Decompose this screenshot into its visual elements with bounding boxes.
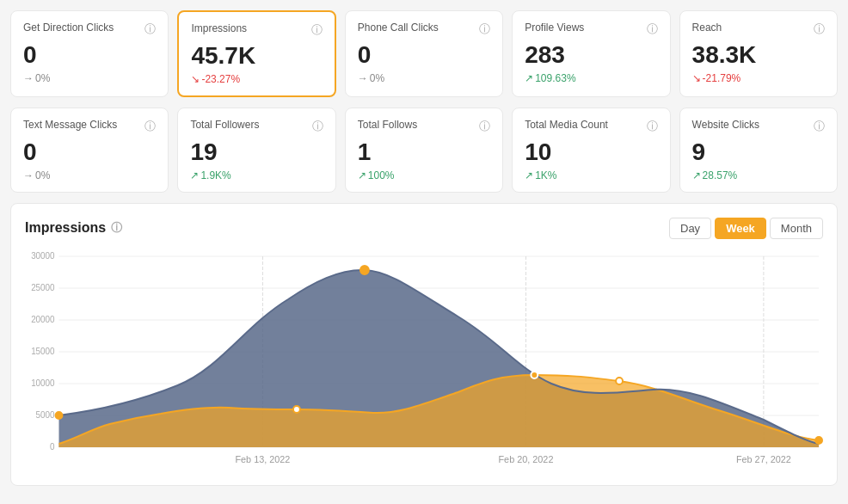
- metric-card-get-direction-clicks: Get Direction Clicks ⓘ 0 0%: [10, 10, 169, 97]
- metric-change: 100%: [358, 169, 490, 181]
- metric-card-total-followers: Total Followers ⓘ 19 1.9K%: [177, 108, 335, 193]
- change-arrow: [692, 72, 701, 84]
- metric-change: 0%: [23, 169, 156, 181]
- info-icon[interactable]: ⓘ: [814, 22, 825, 37]
- svg-point-20: [616, 378, 623, 384]
- info-icon[interactable]: ⓘ: [144, 22, 156, 37]
- metric-header: Total Media Count ⓘ: [525, 119, 657, 134]
- chart-title: Impressions ⓘ: [25, 220, 122, 236]
- metric-card-website-clicks: Website Clicks ⓘ 9 28.57%: [679, 108, 838, 193]
- svg-text:Feb 27, 2022: Feb 27, 2022: [736, 454, 791, 464]
- dashboard: Get Direction Clicks ⓘ 0 0% Impressions …: [0, 0, 848, 496]
- metric-title: Phone Call Clicks: [358, 22, 439, 35]
- metric-title: Text Message Clicks: [23, 119, 117, 132]
- svg-text:20000: 20000: [31, 315, 55, 324]
- impressions-chart: 30000 25000 20000 15000 10000 5000 0: [25, 248, 823, 471]
- svg-point-21: [815, 437, 822, 444]
- change-value: 1.9K%: [200, 169, 230, 181]
- metric-card-reach: Reach ⓘ 38.3K -21.79%: [679, 10, 838, 97]
- info-icon[interactable]: ⓘ: [814, 119, 825, 134]
- metric-value: 45.7K: [191, 43, 322, 70]
- metric-title: Impressions: [191, 22, 247, 36]
- change-arrow: [692, 169, 701, 181]
- change-value: 109.63%: [535, 72, 575, 84]
- svg-point-19: [531, 372, 538, 378]
- svg-text:Feb 13, 2022: Feb 13, 2022: [235, 454, 290, 464]
- svg-text:Feb 20, 2022: Feb 20, 2022: [498, 454, 553, 464]
- day-button[interactable]: Day: [669, 218, 711, 239]
- month-button[interactable]: Month: [770, 218, 823, 239]
- change-value: 28.57%: [703, 169, 738, 181]
- metric-change: 1.9K%: [190, 169, 323, 181]
- info-icon[interactable]: ⓘ: [312, 119, 323, 134]
- metric-card-total-media-count: Total Media Count ⓘ 10 1K%: [512, 108, 670, 193]
- metric-header: Impressions ⓘ: [191, 22, 322, 38]
- change-arrow: [190, 169, 199, 181]
- svg-text:0: 0: [50, 442, 55, 452]
- metric-change: 0%: [23, 72, 156, 84]
- week-button[interactable]: Week: [715, 218, 766, 239]
- metric-header: Total Follows ⓘ: [358, 119, 490, 134]
- metric-title: Total Follows: [358, 119, 417, 132]
- info-icon[interactable]: ⓘ: [647, 22, 658, 37]
- metric-header: Reach ⓘ: [692, 22, 825, 37]
- chart-header: Impressions ⓘ Day Week Month: [25, 218, 823, 239]
- metric-card-impressions: Impressions ⓘ 45.7K -23.27%: [177, 10, 335, 97]
- metric-change: -23.27%: [191, 73, 322, 85]
- info-icon[interactable]: ⓘ: [479, 119, 490, 134]
- metric-value: 38.3K: [692, 42, 825, 69]
- svg-text:10000: 10000: [31, 378, 55, 388]
- metric-value: 1: [358, 139, 490, 166]
- metric-change: 1K%: [525, 169, 657, 181]
- svg-point-17: [56, 412, 63, 419]
- chart-section: Impressions ⓘ Day Week Month 30000: [10, 203, 838, 486]
- metric-change: 109.63%: [525, 72, 657, 84]
- chart-info-icon[interactable]: ⓘ: [111, 220, 122, 236]
- info-icon[interactable]: ⓘ: [311, 22, 323, 38]
- change-arrow: [358, 72, 368, 84]
- change-value: 0%: [35, 72, 50, 84]
- change-value: -21.79%: [703, 72, 741, 84]
- info-icon[interactable]: ⓘ: [479, 22, 490, 37]
- info-icon[interactable]: ⓘ: [647, 119, 658, 134]
- change-value: 0%: [35, 169, 50, 181]
- metric-card-phone-call-clicks: Phone Call Clicks ⓘ 0 0%: [345, 10, 503, 97]
- change-arrow: [191, 73, 200, 85]
- metric-value: 9: [692, 139, 825, 166]
- metric-value: 10: [525, 139, 657, 166]
- metric-value: 0: [23, 139, 156, 166]
- metric-value: 0: [358, 42, 490, 69]
- metrics-grid-row2: Text Message Clicks ⓘ 0 0% Total Followe…: [10, 108, 838, 193]
- metric-header: Website Clicks ⓘ: [692, 119, 825, 134]
- metric-title: Reach: [692, 22, 722, 35]
- metric-title: Total Media Count: [525, 119, 608, 132]
- change-arrow: [525, 169, 533, 181]
- metric-title: Get Direction Clicks: [23, 22, 114, 35]
- change-value: 100%: [368, 169, 395, 181]
- metric-change: -21.79%: [692, 72, 825, 84]
- metric-change: 0%: [358, 72, 490, 84]
- metric-change: 28.57%: [692, 169, 825, 181]
- info-icon[interactable]: ⓘ: [144, 119, 156, 134]
- svg-point-22: [293, 406, 300, 413]
- time-buttons: Day Week Month: [669, 218, 823, 239]
- chart-title-text: Impressions: [25, 220, 106, 236]
- metric-card-text-message-clicks: Text Message Clicks ⓘ 0 0%: [10, 108, 169, 193]
- svg-text:15000: 15000: [31, 347, 55, 356]
- chart-container: 30000 25000 20000 15000 10000 5000 0: [25, 248, 823, 471]
- metrics-grid-row1: Get Direction Clicks ⓘ 0 0% Impressions …: [10, 10, 838, 97]
- metric-value: 19: [190, 139, 323, 166]
- metric-card-profile-views: Profile Views ⓘ 283 109.63%: [512, 10, 670, 97]
- change-arrow: [358, 169, 366, 181]
- change-arrow: [23, 169, 34, 181]
- change-value: 1K%: [535, 169, 556, 181]
- svg-point-18: [360, 266, 369, 274]
- metric-value: 0: [23, 42, 156, 69]
- metric-value: 283: [525, 42, 657, 69]
- change-value: 0%: [370, 72, 384, 84]
- change-arrow: [23, 72, 34, 84]
- svg-text:25000: 25000: [31, 283, 55, 292]
- metric-title: Total Followers: [190, 119, 259, 132]
- metric-header: Total Followers ⓘ: [190, 119, 323, 134]
- metric-header: Profile Views ⓘ: [525, 22, 657, 37]
